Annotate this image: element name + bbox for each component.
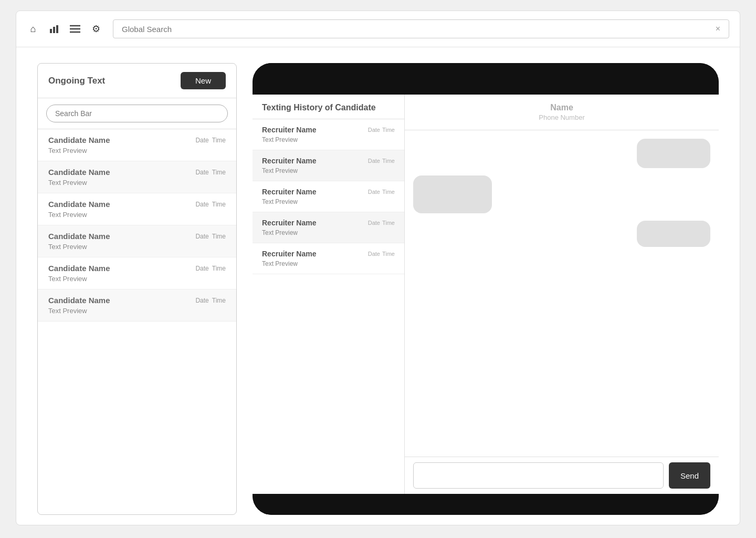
- message-bubble-sent-2: [637, 221, 710, 247]
- send-button[interactable]: Send: [669, 462, 710, 489]
- nav-icons: ⌂ ⚙: [27, 23, 102, 35]
- recruiter-preview: Text Preview: [262, 136, 395, 143]
- recruiter-list-panel: Texting History of Candidate Recruiter N…: [253, 95, 405, 494]
- candidate-item[interactable]: Candidate Name DateTime Text Preview: [38, 193, 236, 225]
- candidate-preview: Text Preview: [48, 275, 226, 283]
- topbar: ⌂ ⚙ Global Search ×: [16, 11, 740, 47]
- app-frame: ⌂ ⚙ Global Search ×: [16, 11, 740, 525]
- settings-icon[interactable]: ⚙: [90, 23, 102, 35]
- message-bubble-received-1: [413, 175, 492, 213]
- recruiter-item[interactable]: Recruiter Name DateTime Text Preview: [253, 181, 404, 212]
- candidate-item[interactable]: Candidate Name DateTime Text Preview: [38, 161, 236, 193]
- candidate-name: Candidate Name: [48, 136, 110, 144]
- close-icon[interactable]: ×: [716, 24, 720, 34]
- candidate-name: Candidate Name: [48, 232, 110, 241]
- recruiter-item[interactable]: Recruiter Name DateTime Text Preview: [253, 212, 404, 243]
- recruiter-datetime: DateTime: [368, 220, 395, 226]
- main-content: Ongoing Text New Candidate Name DateTime…: [16, 47, 740, 524]
- search-bar-input[interactable]: [46, 105, 228, 122]
- phone-content: Texting History of Candidate Recruiter N…: [253, 95, 719, 494]
- recruiter-list-header: Texting History of Candidate: [253, 95, 404, 119]
- phone-bottom-bar: [253, 494, 719, 515]
- message-bubble-sent-1: [637, 139, 710, 168]
- home-icon[interactable]: ⌂: [27, 23, 39, 35]
- candidate-name: Candidate Name: [48, 168, 110, 177]
- chat-contact-name: Name: [415, 103, 708, 112]
- chat-input-area: Send: [405, 457, 719, 494]
- left-panel-header: Ongoing Text New: [38, 64, 236, 98]
- ongoing-text-title: Ongoing Text: [48, 76, 105, 86]
- texting-history-title: Texting History of Candidate: [262, 103, 376, 112]
- candidate-name: Candidate Name: [48, 296, 110, 305]
- svg-rect-2: [56, 25, 58, 33]
- candidate-preview: Text Preview: [48, 243, 226, 251]
- recruiter-preview: Text Preview: [262, 198, 395, 205]
- candidate-item[interactable]: Candidate Name DateTime Text Preview: [38, 225, 236, 257]
- candidate-datetime: DateTime: [195, 233, 226, 240]
- recruiter-preview: Text Preview: [262, 229, 395, 236]
- left-panel: Ongoing Text New Candidate Name DateTime…: [37, 63, 237, 515]
- recruiter-name: Recruiter Name: [262, 219, 317, 227]
- candidate-preview: Text Preview: [48, 211, 226, 219]
- chat-panel: Name Phone Number Send: [405, 95, 719, 494]
- svg-rect-1: [53, 27, 55, 33]
- candidate-list: Candidate Name DateTime Text Preview Can…: [38, 129, 236, 322]
- recruiter-name: Recruiter Name: [262, 188, 317, 196]
- menu-icon[interactable]: [69, 23, 81, 35]
- candidate-datetime: DateTime: [195, 297, 226, 304]
- recruiter-datetime: DateTime: [368, 127, 395, 133]
- right-panel: Texting History of Candidate Recruiter N…: [253, 63, 719, 515]
- candidate-name: Candidate Name: [48, 200, 110, 209]
- candidate-datetime: DateTime: [195, 265, 226, 272]
- candidate-preview: Text Preview: [48, 179, 226, 187]
- global-search-input[interactable]: Global Search: [122, 25, 711, 34]
- candidate-preview: Text Preview: [48, 147, 226, 154]
- candidate-item[interactable]: Candidate Name DateTime Text Preview: [38, 257, 236, 289]
- candidate-preview: Text Preview: [48, 307, 226, 315]
- candidate-item[interactable]: Candidate Name DateTime Text Preview: [38, 289, 236, 322]
- recruiter-item[interactable]: Recruiter Name DateTime Text Preview: [253, 119, 404, 150]
- chat-contact-phone: Phone Number: [415, 113, 708, 121]
- new-button[interactable]: New: [181, 72, 226, 89]
- candidate-name: Candidate Name: [48, 264, 110, 273]
- recruiter-name: Recruiter Name: [262, 157, 317, 165]
- recruiter-datetime: DateTime: [368, 189, 395, 195]
- recruiter-item[interactable]: Recruiter Name DateTime Text Preview: [253, 243, 404, 274]
- recruiter-datetime: DateTime: [368, 158, 395, 164]
- recruiter-name: Recruiter Name: [262, 126, 317, 134]
- recruiter-list: Recruiter Name DateTime Text Preview Rec…: [253, 119, 404, 274]
- chart-icon[interactable]: [48, 23, 60, 35]
- phone-top-bar: [253, 63, 719, 95]
- candidate-item[interactable]: Candidate Name DateTime Text Preview: [38, 129, 236, 161]
- recruiter-datetime: DateTime: [368, 251, 395, 257]
- global-search-bar[interactable]: Global Search ×: [113, 19, 729, 38]
- chat-messages: [405, 130, 719, 457]
- chat-input[interactable]: [413, 462, 664, 489]
- recruiter-name: Recruiter Name: [262, 250, 317, 258]
- search-bar-container: [38, 98, 236, 129]
- recruiter-preview: Text Preview: [262, 167, 395, 174]
- chat-header: Name Phone Number: [405, 95, 719, 130]
- recruiter-item[interactable]: Recruiter Name DateTime Text Preview: [253, 150, 404, 181]
- recruiter-preview: Text Preview: [262, 260, 395, 267]
- candidate-datetime: DateTime: [195, 137, 226, 144]
- candidate-datetime: DateTime: [195, 201, 226, 208]
- svg-rect-0: [50, 29, 52, 33]
- candidate-datetime: DateTime: [195, 169, 226, 176]
